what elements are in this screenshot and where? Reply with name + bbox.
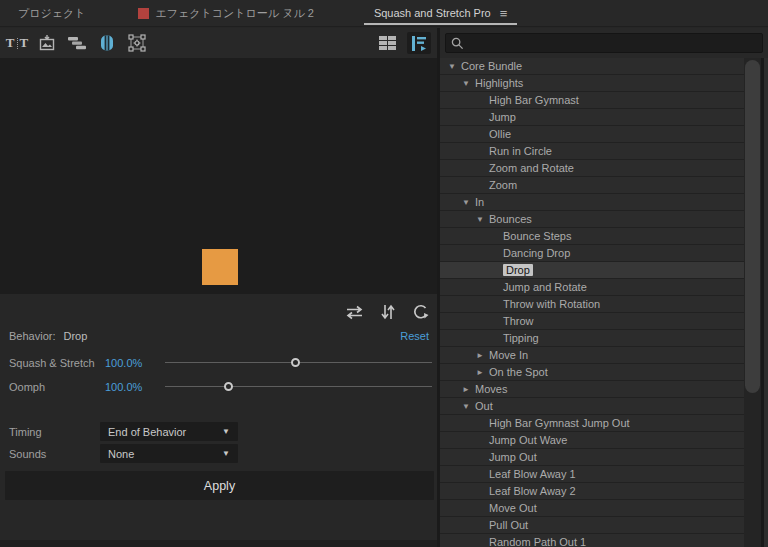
search-box[interactable]	[445, 33, 763, 53]
panel-menu-icon[interactable]: ≡	[500, 6, 508, 21]
squash-stretch-slider[interactable]	[165, 356, 432, 370]
tree-item-label: Tipping	[503, 332, 539, 344]
tree-item-random-path-out-1[interactable]: Random Path Out 1	[440, 534, 744, 547]
search-input[interactable]	[468, 37, 757, 49]
tree-item-move-out[interactable]: Move Out	[440, 500, 744, 517]
timing-row: Timing End of Behavior ▼	[9, 422, 238, 441]
tree-item-tipping[interactable]: Tipping	[440, 330, 744, 347]
tree-item-label: Core Bundle	[461, 60, 522, 72]
tree-item-highlights[interactable]: ▼Highlights	[440, 75, 744, 92]
behavior-label: Behavior:	[9, 330, 55, 342]
tree-item-label: Jump Out Wave	[489, 434, 567, 446]
triangle-down-icon[interactable]: ▼	[462, 198, 475, 207]
swap-horizontal-icon[interactable]	[345, 304, 364, 320]
tree-item-label: Ollie	[489, 128, 511, 140]
tree-item-leaf-blow-away-1[interactable]: Leaf Blow Away 1	[440, 466, 744, 483]
toolbar-icon-group: TT	[6, 32, 148, 54]
grid-view-icon[interactable]	[375, 32, 399, 54]
triangle-right-icon[interactable]: ►	[462, 385, 475, 394]
behavior-tree: ▼Core Bundle▼HighlightsHigh Bar GymnastJ…	[440, 58, 744, 547]
tree-item-on-the-spot[interactable]: ►On the Spot	[440, 364, 744, 381]
chevron-down-icon: ▼	[222, 449, 230, 458]
behavior-row: Behavior:Drop Reset	[9, 330, 429, 342]
tree-item-pull-out[interactable]: Pull Out	[440, 517, 744, 534]
left-panel: TT	[0, 28, 437, 547]
tree-item-ollie[interactable]: Ollie	[440, 126, 744, 143]
tree-item-label: Throw with Rotation	[503, 298, 600, 310]
text-behaviors-icon[interactable]: TT	[6, 32, 28, 54]
preset-browser-panel: ▼Core Bundle▼HighlightsHigh Bar GymnastJ…	[440, 28, 768, 547]
preview-layer-square	[202, 249, 238, 285]
tree-item-bounce-steps[interactable]: Bounce Steps	[440, 228, 744, 245]
triangle-down-icon[interactable]: ▼	[462, 79, 475, 88]
tree-item-label: Bounce Steps	[503, 230, 572, 242]
panel-bottom-edge	[0, 540, 437, 547]
tree-item-label: Leaf Blow Away 2	[489, 485, 576, 497]
tree-item-label: Move In	[489, 349, 528, 361]
list-view-icon[interactable]	[407, 32, 431, 54]
swap-vertical-icon[interactable]	[381, 304, 395, 320]
tree-item-jump-out-wave[interactable]: Jump Out Wave	[440, 432, 744, 449]
squash-stretch-value[interactable]: 100.0%	[105, 357, 165, 369]
timing-dropdown[interactable]: End of Behavior ▼	[100, 422, 238, 441]
tree-item-throw-with-rotation[interactable]: Throw with Rotation	[440, 296, 744, 313]
tree-item-move-in[interactable]: ►Move In	[440, 347, 744, 364]
triangle-down-icon[interactable]: ▼	[448, 62, 461, 71]
tree-item-jump-out[interactable]: Jump Out	[440, 449, 744, 466]
tree-item-label: In	[475, 196, 484, 208]
apply-button[interactable]: Apply	[5, 471, 434, 500]
tree-item-drop[interactable]: Drop	[440, 262, 744, 279]
behavior-value: Drop	[63, 330, 87, 342]
tree-item-zoom[interactable]: Zoom	[440, 177, 744, 194]
tree-item-run-in-circle[interactable]: Run in Circle	[440, 143, 744, 160]
tree-item-label: Dancing Drop	[503, 247, 570, 259]
squash-stretch-row: Squash & Stretch 100.0%	[9, 356, 432, 370]
tree-item-label: Run in Circle	[489, 145, 552, 157]
layers-icon[interactable]	[66, 32, 88, 54]
oomph-slider[interactable]	[165, 380, 432, 394]
sounds-value: None	[108, 448, 134, 460]
bounding-box-icon[interactable]	[126, 32, 148, 54]
preview-viewport	[0, 58, 437, 294]
sounds-label: Sounds	[9, 448, 104, 460]
tree-item-label: Pull Out	[489, 519, 528, 531]
triangle-right-icon[interactable]: ►	[476, 368, 489, 377]
squash-stretch-slider-handle[interactable]	[291, 358, 300, 367]
tab-squash-and-stretch-pro[interactable]: Squash and Stretch Pro ≡	[362, 0, 519, 26]
tree-item-core-bundle[interactable]: ▼Core Bundle	[440, 58, 744, 75]
oomph-slider-handle[interactable]	[224, 382, 233, 391]
oomph-value[interactable]: 100.0%	[105, 381, 165, 393]
tree-item-high-bar-gymnast-jump-out[interactable]: High Bar Gymnast Jump Out	[440, 415, 744, 432]
tab-effect-controls[interactable]: エフェクトコントロール ヌル 2	[126, 0, 326, 26]
scrollbar-thumb[interactable]	[745, 60, 760, 393]
tree-item-jump[interactable]: Jump	[440, 109, 744, 126]
triangle-right-icon[interactable]: ►	[476, 351, 489, 360]
tab-project-label: プロジェクト	[18, 6, 86, 21]
image-import-icon[interactable]	[36, 32, 58, 54]
tree-item-in[interactable]: ▼In	[440, 194, 744, 211]
tree-item-label: Random Path Out 1	[489, 536, 586, 547]
tree-item-high-bar-gymnast[interactable]: High Bar Gymnast	[440, 92, 744, 109]
rotate-icon[interactable]	[412, 304, 429, 320]
reset-link[interactable]: Reset	[400, 330, 429, 342]
tree-item-moves[interactable]: ►Moves	[440, 381, 744, 398]
tree-item-label: Zoom and Rotate	[489, 162, 574, 174]
tree-item-jump-and-rotate[interactable]: Jump and Rotate	[440, 279, 744, 296]
triangle-down-icon[interactable]: ▼	[476, 215, 489, 224]
tree-item-bounces[interactable]: ▼Bounces	[440, 211, 744, 228]
search-row	[440, 28, 768, 58]
timing-value: End of Behavior	[108, 426, 186, 438]
triangle-down-icon[interactable]: ▼	[462, 402, 475, 411]
oomph-row: Oomph 100.0%	[9, 380, 432, 394]
tree-item-label: High Bar Gymnast	[489, 94, 579, 106]
tree-item-out[interactable]: ▼Out	[440, 398, 744, 415]
tree-item-throw[interactable]: Throw	[440, 313, 744, 330]
sounds-dropdown[interactable]: None ▼	[100, 444, 238, 463]
cylinder-icon[interactable]	[96, 32, 118, 54]
tab-project[interactable]: プロジェクト	[6, 0, 98, 26]
behavior-name: Behavior:Drop	[9, 330, 87, 342]
sounds-row: Sounds None ▼	[9, 444, 238, 463]
tree-item-dancing-drop[interactable]: Dancing Drop	[440, 245, 744, 262]
tree-item-leaf-blow-away-2[interactable]: Leaf Blow Away 2	[440, 483, 744, 500]
tree-item-zoom-and-rotate[interactable]: Zoom and Rotate	[440, 160, 744, 177]
